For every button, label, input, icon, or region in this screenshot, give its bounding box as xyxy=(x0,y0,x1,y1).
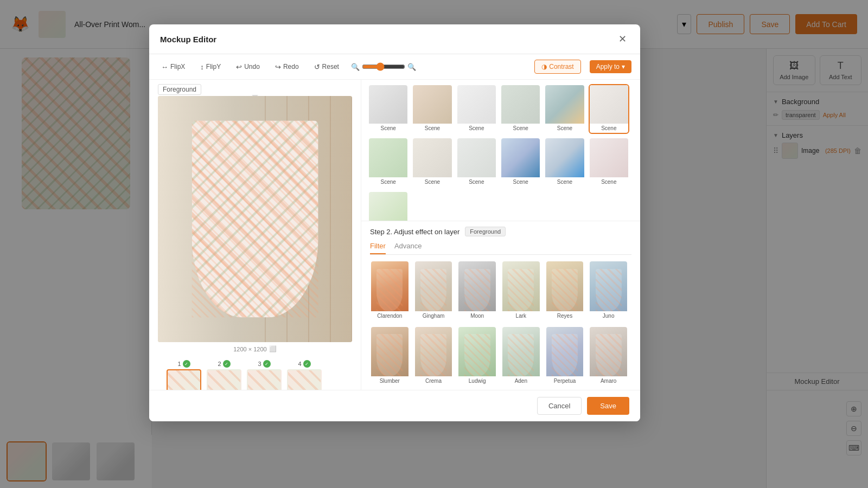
filter-dress-perpetua xyxy=(552,334,578,376)
canvas-size-icon: ⬜ xyxy=(269,345,277,352)
scene-item-9[interactable]: Scene xyxy=(456,137,497,187)
scene-item-13[interactable]: Scene xyxy=(368,191,409,221)
scene-image-9 xyxy=(457,138,496,177)
filter-dress-juno xyxy=(596,269,622,311)
filter-label-juno: Juno xyxy=(590,311,627,320)
page-thumb-num-3: 3 ✓ xyxy=(258,360,270,368)
scene-image-11 xyxy=(545,138,584,177)
filter-item-perpetua[interactable]: Perpetua xyxy=(545,326,585,387)
scene-image-3 xyxy=(457,85,496,124)
scene-item-5[interactable]: Scene xyxy=(544,84,585,134)
filter-item-clarendon[interactable]: Clarendon xyxy=(370,260,410,322)
flip-x-label: FlipX xyxy=(170,63,185,70)
scene-image-2 xyxy=(413,85,451,124)
filter-label-amaro: Amaro xyxy=(590,376,627,386)
filter-dress-slumber xyxy=(376,334,403,376)
advance-tab[interactable]: Advance xyxy=(394,242,422,254)
filter-label-clarendon: Clarendon xyxy=(371,311,409,320)
filter-tab[interactable]: Filter xyxy=(370,242,386,254)
filter-item-slumber[interactable]: Slumber xyxy=(370,326,410,387)
filter-dress-pattern-9 xyxy=(508,334,534,376)
page-check-1: ✓ xyxy=(223,360,231,368)
filter-label-lark: Lark xyxy=(502,311,540,320)
filter-dress-reyes xyxy=(552,269,578,311)
filter-dress-crema xyxy=(420,334,446,376)
filter-dress-pattern-7 xyxy=(420,334,446,376)
zoom-slider-area: 🔍 🔍 xyxy=(351,62,416,71)
filter-dress-amaro xyxy=(596,334,622,376)
scene-item-12[interactable]: Scene xyxy=(589,137,629,187)
undo-label: Undo xyxy=(244,63,260,70)
canvas-size-label: 1200 × 1200 ⬜ xyxy=(158,342,352,356)
scene-item-3[interactable]: Scene xyxy=(456,84,497,134)
contrast-icon: ◑ xyxy=(541,63,547,70)
scene-item-4[interactable]: Scene xyxy=(500,84,541,134)
scene-image-7 xyxy=(369,138,407,177)
filter-image-clarendon xyxy=(371,261,409,311)
scene-label-6: Scene xyxy=(590,124,628,133)
filter-item-moon[interactable]: Moon xyxy=(457,260,497,322)
filter-item-aden[interactable]: Aden xyxy=(501,326,541,387)
filter-item-lark[interactable]: Lark xyxy=(501,260,541,322)
page-check-0: ✓ xyxy=(183,360,190,368)
mockup-editor-modal: Mockup Editor ✕ ↔ FlipX ↕ FlipY ↩ Undo ↪… xyxy=(149,24,640,421)
filter-dress-pattern-4 xyxy=(552,269,578,311)
redo-icon: ↪ xyxy=(275,63,281,71)
canvas-image xyxy=(158,96,352,342)
filter-dress-ludwig xyxy=(464,334,490,376)
scene-label-3: Scene xyxy=(457,124,496,133)
filter-image-gingham xyxy=(415,261,452,311)
filter-item-juno[interactable]: Juno xyxy=(589,260,628,322)
scene-item-7[interactable]: Scene xyxy=(368,137,409,187)
contrast-button[interactable]: ◑ Contrast xyxy=(534,60,580,74)
scene-item-2[interactable]: Scene xyxy=(412,84,452,134)
scene-image-5 xyxy=(545,85,584,124)
filter-dress-moon xyxy=(464,269,490,311)
scene-item-8[interactable]: Scene xyxy=(412,137,452,187)
filter-image-moon xyxy=(458,261,496,311)
filter-item-crema[interactable]: Crema xyxy=(414,326,454,387)
contrast-label: Contrast xyxy=(549,63,573,70)
filter-dress-pattern-10 xyxy=(552,334,578,376)
flip-y-button[interactable]: ↕ FlipY xyxy=(197,61,224,73)
filter-image-amaro xyxy=(590,327,627,377)
filter-item-ludwig[interactable]: Ludwig xyxy=(457,326,497,387)
zoom-slider[interactable] xyxy=(362,62,405,71)
filter-image-slumber xyxy=(371,327,409,377)
filter-item-amaro[interactable]: Amaro xyxy=(589,326,628,387)
filter-dress-pattern-0 xyxy=(376,269,403,311)
scene-label-4: Scene xyxy=(501,124,540,133)
reset-button[interactable]: ↺ Reset xyxy=(311,61,342,73)
save-modal-button[interactable]: Save xyxy=(587,397,629,415)
filter-item-gingham[interactable]: Gingham xyxy=(414,260,454,322)
dress-pattern xyxy=(192,120,318,317)
filter-dress-clarendon xyxy=(376,269,403,311)
modal-close-button[interactable]: ✕ xyxy=(615,32,629,46)
undo-button[interactable]: ↩ Undo xyxy=(233,61,263,73)
scene-label-12: Scene xyxy=(590,177,628,187)
scene-image-8 xyxy=(413,138,451,177)
filter-item-reyes[interactable]: Reyes xyxy=(545,260,585,322)
filter-dress-pattern-2 xyxy=(464,269,490,311)
filter-label-perpetua: Perpetua xyxy=(546,376,584,386)
dress-overlay xyxy=(192,120,318,317)
redo-label: Redo xyxy=(283,63,299,70)
scene-item-11[interactable]: Scene xyxy=(544,137,585,187)
flip-x-button[interactable]: ↔ FlipX xyxy=(158,61,188,73)
redo-button[interactable]: ↪ Redo xyxy=(272,61,302,73)
scene-label-7: Scene xyxy=(369,177,407,187)
filter-image-perpetua xyxy=(546,327,584,377)
cancel-button[interactable]: Cancel xyxy=(537,397,582,415)
scene-item-6[interactable]: Scene xyxy=(589,84,629,134)
apply-to-button[interactable]: Apply to ▾ xyxy=(590,60,631,73)
scene-item-1[interactable]: Scene xyxy=(368,84,409,134)
step2-title: Step 2. Adjust effect on layer xyxy=(370,228,459,236)
scene-image-13 xyxy=(369,192,407,221)
foreground-tag[interactable]: Foreground xyxy=(158,84,201,95)
page-thumb-num-4: 4 ✓ xyxy=(298,360,310,368)
scene-item-10[interactable]: Scene xyxy=(500,137,541,187)
filter-image-juno xyxy=(590,261,627,311)
scene-label-10: Scene xyxy=(501,177,540,187)
filter-dress-aden xyxy=(508,334,534,376)
scene-label-5: Scene xyxy=(545,124,584,133)
